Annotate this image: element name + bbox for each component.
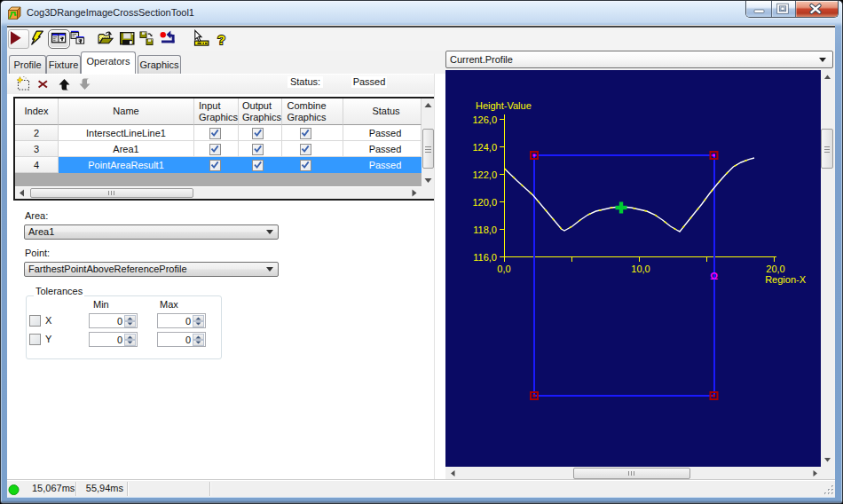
svg-text:10,0: 10,0 xyxy=(631,264,650,274)
svg-text:122,0: 122,0 xyxy=(472,169,497,180)
svg-text:124,0: 124,0 xyxy=(472,142,497,153)
svg-text:20,0: 20,0 xyxy=(766,264,784,274)
svg-text:Height-Value: Height-Value xyxy=(476,100,532,111)
svg-text:118,0: 118,0 xyxy=(473,224,497,235)
svg-text:Ω: Ω xyxy=(710,271,718,281)
svg-text:126,0: 126,0 xyxy=(472,114,497,125)
svg-text:0,0: 0,0 xyxy=(497,264,510,274)
svg-text:?: ? xyxy=(217,32,225,47)
svg-text:116,0: 116,0 xyxy=(473,252,497,263)
svg-text:Region-X: Region-X xyxy=(765,274,807,285)
svg-text:120,0: 120,0 xyxy=(472,197,497,208)
